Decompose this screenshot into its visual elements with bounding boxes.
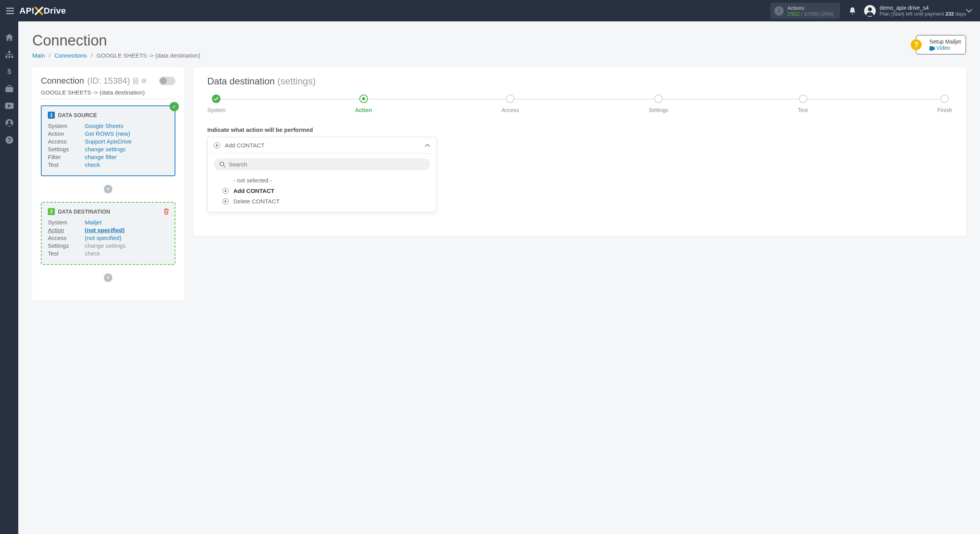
sidebar-youtube-icon[interactable] [5, 102, 14, 110]
step-action[interactable]: Action [355, 95, 372, 113]
data-destination-card: 2DATA DESTINATION SystemMailjetAction(no… [41, 202, 175, 265]
dropdown-option[interactable]: Delete CONTACT [214, 196, 430, 207]
dest-row: Access(not specified) [48, 235, 168, 241]
settings-panel: Data destination (settings) System Actio… [193, 67, 966, 236]
connection-panel-title: Connection [41, 76, 84, 86]
dropdown-search[interactable] [214, 158, 430, 170]
help-video-link[interactable]: Video [929, 45, 961, 51]
add-destination-button[interactable]: + [104, 273, 112, 282]
sidebar-briefcase-icon[interactable] [5, 84, 14, 93]
dest-value: change settings [85, 242, 126, 249]
step-finish[interactable]: Finish [938, 95, 952, 113]
top-header: API Drive i Actions: 2'922 / 10'000 (29%… [0, 0, 980, 21]
svg-rect-4 [8, 56, 10, 58]
user-block[interactable]: demo_apix-drive_s4 Plan |Start| left unt… [864, 5, 966, 17]
svg-point-15 [143, 80, 145, 82]
connection-toggle[interactable] [159, 77, 175, 85]
user-avatar-icon [864, 5, 876, 17]
step-access[interactable]: Access [502, 95, 519, 113]
dest-row: Action(not specified) [48, 227, 168, 233]
connection-id: (ID: 15384) [87, 76, 130, 86]
svg-rect-3 [5, 56, 7, 58]
actions-counter[interactable]: i Actions: 2'922 / 10'000 (29%) [770, 3, 840, 19]
source-row: ActionGet ROWS (new) [48, 130, 168, 137]
document-icon[interactable] [133, 78, 138, 84]
sidebar-connections-icon[interactable] [5, 50, 14, 59]
page-title: Connection [32, 32, 966, 49]
dest-row: Settingschange settings [48, 242, 168, 249]
source-value-link[interactable]: Get ROWS (new) [85, 130, 130, 137]
chevron-up-icon [425, 144, 430, 147]
breadcrumb-connections[interactable]: Connections [54, 52, 87, 59]
dropdown-selected: Add CONTACT [225, 142, 420, 149]
svg-text:$: $ [7, 68, 11, 75]
step-system[interactable]: System [207, 95, 226, 113]
svg-point-16 [220, 162, 224, 166]
play-circle-icon [214, 142, 220, 149]
hamburger-menu[interactable] [6, 8, 14, 14]
dest-row: Testcheck [48, 250, 168, 257]
sidebar-home-icon[interactable] [5, 33, 14, 42]
connection-panel: Connection (ID: 15384) GOOGLE SHEETS -> … [32, 67, 184, 300]
dropdown-option[interactable]: Add CONTACT [214, 186, 430, 196]
breadcrumb-current: GOOGLE SHEETS -> (data destination) [96, 52, 200, 59]
dropdown-search-input[interactable] [229, 161, 425, 168]
help-title: Setup Mailjet [929, 39, 961, 45]
help-question-icon: ? [911, 39, 922, 50]
svg-point-11 [8, 121, 10, 123]
sidebar-user-icon[interactable] [5, 119, 14, 127]
stepper: System Action Access Settings Test Finis… [207, 95, 952, 113]
step-test[interactable]: Test [798, 95, 808, 113]
source-value-link[interactable]: check [85, 161, 100, 168]
actions-label: Actions: [788, 5, 834, 11]
actions-values: 2'922 / 10'000 (29%) [788, 11, 834, 17]
data-source-heading: DATA SOURCE [58, 112, 97, 118]
breadcrumb: Main / Connections / GOOGLE SHEETS -> (d… [32, 52, 966, 59]
gear-icon[interactable] [141, 78, 147, 84]
source-row: SystemGoogle Sheets [48, 123, 168, 129]
dest-value[interactable]: Mailjet [85, 219, 102, 226]
settings-panel-subtitle: (settings) [277, 76, 316, 86]
sidebar-billing-icon[interactable]: $ [5, 67, 14, 76]
source-row: Settingschange settings [48, 146, 168, 152]
dest-value[interactable]: (not specified) [85, 235, 121, 241]
svg-text:?: ? [7, 137, 11, 143]
breadcrumb-main[interactable]: Main [32, 52, 45, 59]
svg-rect-8 [8, 86, 11, 88]
logo-x-icon [33, 5, 44, 16]
user-plan: Plan |Start| left until payment 232 days [880, 11, 966, 17]
svg-rect-5 [11, 56, 13, 58]
step-settings[interactable]: Settings [649, 95, 668, 113]
source-value-link[interactable]: Support ApixDrive [85, 138, 131, 145]
source-value-link[interactable]: Google Sheets [85, 123, 123, 129]
settings-panel-title: Data destination [207, 76, 275, 86]
user-name: demo_apix-drive_s4 [880, 5, 966, 11]
logo[interactable]: API Drive [19, 5, 66, 16]
bell-icon[interactable] [849, 7, 856, 15]
play-circle-icon [222, 198, 229, 205]
help-setup-box[interactable]: ? Setup Mailjet Video [916, 35, 966, 54]
source-value-link[interactable]: change filter [85, 154, 117, 160]
data-destination-heading: DATA DESTINATION [58, 208, 110, 215]
info-icon: i [774, 6, 784, 16]
svg-point-1 [868, 7, 872, 11]
action-prompt: Indicate what action will be performed [207, 126, 952, 133]
dest-value[interactable]: (not specified) [85, 227, 125, 233]
connection-name: GOOGLE SHEETS -> (data destination) [41, 89, 175, 99]
action-dropdown-toggle[interactable]: Add CONTACT [208, 137, 436, 154]
dest-row: SystemMailjet [48, 219, 168, 226]
source-row: Filterchange filter [48, 154, 168, 160]
svg-rect-2 [8, 51, 10, 53]
header-chevron-down-icon[interactable] [966, 9, 972, 13]
source-row: AccessSupport ApixDrive [48, 138, 168, 145]
search-icon [219, 161, 226, 168]
add-source-button[interactable]: + [104, 185, 112, 193]
play-circle-icon [222, 188, 229, 194]
sidebar-help-icon[interactable]: ? [5, 136, 14, 144]
trash-icon[interactable] [163, 208, 169, 215]
dropdown-option[interactable]: - not selected - [214, 175, 430, 186]
dest-value: check [85, 250, 100, 257]
data-source-card: ✓ 1DATA SOURCE SystemGoogle SheetsAction… [41, 105, 175, 176]
source-row: Testcheck [48, 161, 168, 168]
source-value-link[interactable]: change settings [85, 146, 126, 152]
